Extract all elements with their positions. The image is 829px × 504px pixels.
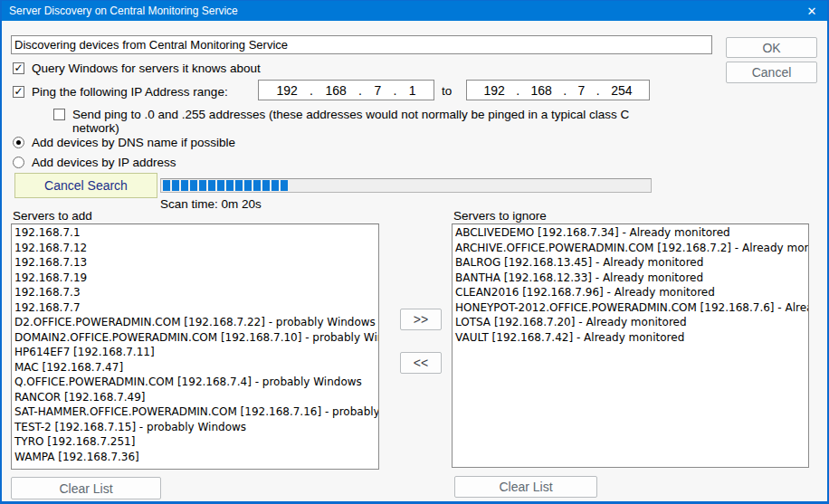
progress-segment — [272, 180, 279, 191]
progress-segment — [199, 180, 206, 191]
servers-to-add-label: Servers to add — [13, 209, 92, 223]
list-item[interactable]: SAT-HAMMER.OFFICE.POWERADMIN.COM [192.16… — [14, 404, 378, 420]
list-item[interactable]: BALROG [192.168.13.45] - Already monitor… — [455, 255, 808, 271]
progress-segment — [163, 180, 170, 191]
ip-range-end-field[interactable]: 192.168.7.254 — [466, 80, 650, 100]
move-to-add-button[interactable]: << — [400, 352, 442, 374]
progress-segment — [235, 180, 243, 191]
send-ping-option[interactable]: ✓ Send ping to .0 and .255 addresses (th… — [53, 108, 678, 135]
progress-segment — [217, 180, 224, 191]
progress-segment — [226, 180, 233, 191]
progress-segment — [262, 180, 270, 191]
list-item[interactable]: ABCLIVEDEMO [192.168.7.34] - Already mon… — [455, 225, 808, 241]
progress-segment — [253, 180, 261, 191]
ip-octet: 192 — [276, 83, 297, 98]
ip-octet: 192 — [483, 83, 504, 98]
ip-octet: 168 — [531, 83, 552, 98]
to-label: to — [442, 84, 452, 98]
progress-segment — [208, 180, 215, 191]
list-item[interactable]: 192.168.7.7 — [14, 300, 378, 316]
list-item[interactable]: TEST-2 [192.168.7.15] - probably Windows — [14, 420, 378, 435]
progress-segment — [172, 180, 179, 191]
ping-range-checkbox[interactable]: ✓ — [13, 86, 24, 98]
ok-button[interactable]: OK — [726, 37, 817, 58]
list-item[interactable]: D2.OFFICE.POWERADMIN.COM [192.168.7.22] … — [14, 315, 378, 330]
discovery-status-field[interactable]: Discovering devices from Central Monitor… — [11, 35, 712, 54]
send-ping-checkbox[interactable]: ✓ — [53, 109, 65, 120]
ip-octet: 1 — [409, 83, 416, 98]
list-item[interactable]: DOMAIN2.OFFICE.POWERADMIN.COM [192.168.7… — [14, 330, 378, 346]
ping-range-label: Ping the following IP Address range: — [32, 85, 228, 99]
add-by-ip-option[interactable]: Add devices by IP address — [13, 156, 375, 169]
ip-range-start-field[interactable]: 192.168.7.1 — [258, 80, 434, 100]
list-item[interactable]: BANTHA [192.168.12.33] - Already monitor… — [455, 271, 808, 286]
list-item[interactable]: TYRO [192.168.7.251] — [14, 434, 378, 450]
list-item[interactable]: 192.168.7.19 — [14, 271, 378, 286]
query-windows-label: Query Windows for servers it knows about — [32, 62, 261, 75]
ip-dot: . — [358, 83, 362, 98]
list-item[interactable]: 192.168.7.3 — [14, 285, 378, 300]
servers-to-ignore-list[interactable]: ABCLIVEDEMO [192.168.7.34] - Already mon… — [452, 223, 809, 468]
ip-dot: . — [394, 83, 397, 98]
ip-dot: . — [310, 83, 313, 98]
clear-add-list-button[interactable]: Clear List — [11, 477, 161, 499]
progress-segment — [244, 180, 252, 191]
add-by-dns-label: Add devices by DNS name if possible — [32, 136, 235, 149]
servers-to-add-list[interactable]: 192.168.7.1192.168.7.12192.168.7.13192.1… — [11, 223, 379, 470]
list-item[interactable]: 192.168.7.1 — [14, 225, 378, 241]
progress-segment — [281, 180, 288, 191]
progress-segment — [190, 180, 197, 191]
query-windows-checkbox[interactable]: ✓ — [13, 62, 24, 74]
window-title: Server Discovery on Central Monitoring S… — [9, 5, 796, 17]
scan-progress-bar — [160, 178, 652, 193]
list-item[interactable]: HONEYPOT-2012.OFFICE.POWERADMIN.COM [192… — [455, 300, 808, 316]
add-by-ip-label: Add devices by IP address — [32, 156, 176, 169]
list-item[interactable]: VAULT [192.168.7.42] - Already monitored — [455, 330, 808, 346]
add-by-dns-radio[interactable] — [13, 137, 24, 148]
list-item[interactable]: LOTSA [192.168.7.20] - Already monitored — [455, 315, 808, 330]
close-icon[interactable]: ✕ — [796, 1, 827, 21]
list-item[interactable]: HP614EF7 [192.168.7.11] — [14, 345, 378, 360]
scan-time-label: Scan time: 0m 20s — [160, 197, 262, 211]
ip-dot: . — [596, 83, 600, 98]
cancel-button[interactable]: Cancel — [726, 62, 817, 83]
add-by-dns-option[interactable]: Add devices by DNS name if possible — [13, 136, 375, 149]
query-windows-option[interactable]: ✓ Query Windows for servers it knows abo… — [13, 62, 465, 75]
ip-octet: 7 — [578, 83, 586, 98]
list-item[interactable]: MAC [192.168.7.47] — [14, 360, 378, 376]
list-item[interactable]: Q.OFFICE.POWERADMIN.COM [192.168.7.4] - … — [14, 375, 378, 390]
list-item[interactable]: RANCOR [192.168.7.49] — [14, 390, 378, 405]
servers-to-ignore-label: Servers to ignore — [453, 209, 547, 223]
add-by-ip-radio[interactable] — [13, 157, 24, 168]
list-item[interactable]: ARCHIVE.OFFICE.POWERADMIN.COM [192.168.7… — [455, 241, 808, 256]
ip-dot: . — [563, 83, 567, 98]
clear-ignore-list-button[interactable]: Clear List — [454, 476, 597, 498]
ping-range-option[interactable]: ✓ Ping the following IP Address range: — [13, 85, 257, 99]
ip-dot: . — [516, 83, 519, 98]
ip-octet: 168 — [325, 83, 346, 98]
ip-octet: 7 — [374, 83, 381, 98]
move-to-ignore-button[interactable]: >> — [400, 309, 442, 330]
cancel-search-button[interactable]: Cancel Search — [14, 173, 157, 198]
ip-octet: 254 — [611, 83, 632, 98]
list-item[interactable]: CLEAN2016 [192.168.7.96] - Already monit… — [455, 285, 808, 300]
titlebar[interactable]: Server Discovery on Central Monitoring S… — [2, 1, 827, 21]
list-item[interactable]: 192.168.7.12 — [14, 241, 378, 256]
server-discovery-dialog: Server Discovery on Central Monitoring S… — [0, 0, 829, 504]
list-item[interactable]: 192.168.7.13 — [14, 255, 378, 271]
progress-segment — [181, 180, 188, 191]
send-ping-label: Send ping to .0 and .255 addresses (thes… — [72, 108, 678, 135]
list-item[interactable]: WAMPA [192.168.7.36] — [14, 450, 378, 465]
